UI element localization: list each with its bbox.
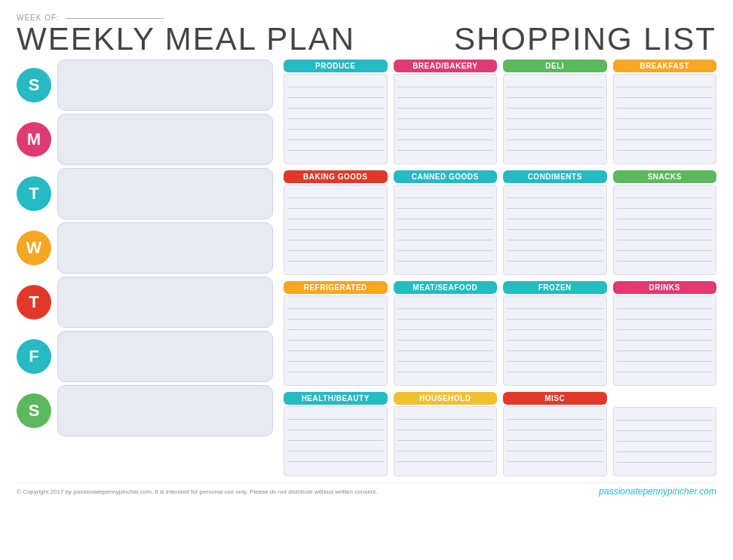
shop-section-breadbakery: BREAD/BAKERY bbox=[394, 60, 498, 164]
shop-line bbox=[287, 140, 384, 151]
meal-plan-column: SMTWTFS bbox=[17, 60, 273, 476]
shop-line bbox=[287, 119, 384, 130]
shop-line bbox=[617, 262, 713, 272]
shop-line bbox=[507, 372, 603, 383]
shop-label-meatseafood: MEAT/SEAFOOD bbox=[394, 281, 498, 294]
shop-line bbox=[397, 309, 494, 320]
shop-section-produce: PRODUCE bbox=[284, 60, 388, 164]
shop-line bbox=[287, 430, 384, 441]
shop-line bbox=[507, 188, 603, 198]
shop-section-condiments: CONDIMENTS bbox=[503, 170, 607, 275]
meal-box-1[interactable] bbox=[57, 114, 273, 165]
day-circle-T-2: T bbox=[17, 176, 51, 211]
shop-line bbox=[287, 262, 384, 272]
shop-label-healthbeauty: HEALTH/BEAUTY bbox=[284, 392, 388, 405]
shop-section-deli: DELI bbox=[503, 60, 607, 164]
shop-line bbox=[397, 140, 494, 151]
shop-line bbox=[507, 298, 603, 309]
shop-lines bbox=[613, 407, 717, 476]
shop-line bbox=[287, 219, 384, 230]
shop-line bbox=[617, 309, 713, 320]
shop-line bbox=[287, 240, 384, 251]
shop-line bbox=[397, 198, 494, 209]
meal-box-5[interactable] bbox=[57, 331, 273, 382]
shop-line bbox=[397, 298, 494, 309]
shop-line bbox=[507, 209, 603, 219]
meal-row-5: F bbox=[17, 331, 273, 382]
shop-line bbox=[617, 442, 713, 452]
shop-line bbox=[617, 98, 713, 109]
header: WEEK OF: WEEKLY MEAL PLAN SHOPPING LIST bbox=[17, 14, 716, 55]
shop-row: BAKING GOODSCANNED GOODSCONDIMENTSSNACKS bbox=[284, 170, 716, 275]
shop-line bbox=[287, 209, 384, 219]
shop-line bbox=[397, 320, 494, 330]
shop-line bbox=[397, 341, 494, 351]
shop-line bbox=[617, 140, 713, 151]
shop-line bbox=[617, 452, 713, 463]
shop-line bbox=[397, 372, 494, 383]
meal-box-0[interactable] bbox=[57, 60, 273, 111]
shop-line bbox=[287, 351, 384, 362]
shop-line bbox=[397, 330, 494, 341]
shop-line bbox=[287, 441, 384, 451]
shop-line bbox=[287, 230, 384, 240]
shop-line bbox=[397, 430, 494, 441]
shop-section-misc: MISC bbox=[503, 392, 607, 476]
shop-line bbox=[617, 298, 713, 309]
shop-section-bakinggoods: BAKING GOODS bbox=[284, 170, 388, 275]
shop-line bbox=[397, 420, 494, 430]
shop-line bbox=[507, 140, 603, 151]
shop-lines bbox=[394, 185, 498, 275]
shop-section-cannedgoods: CANNED GOODS bbox=[394, 170, 498, 275]
meal-box-4[interactable] bbox=[57, 277, 273, 328]
meal-row-0: S bbox=[17, 60, 273, 111]
shop-line bbox=[287, 130, 384, 140]
footer: © Copyright 2017 by passionatepennypinch… bbox=[17, 482, 716, 497]
meal-box-2[interactable] bbox=[57, 168, 273, 219]
shop-line bbox=[397, 462, 494, 473]
shop-line bbox=[507, 341, 603, 351]
shop-line bbox=[397, 77, 494, 87]
shop-line bbox=[287, 188, 384, 198]
shop-line bbox=[507, 420, 603, 430]
shop-lines bbox=[503, 185, 607, 275]
shop-lines bbox=[613, 74, 717, 164]
shop-line bbox=[617, 330, 713, 341]
shop-lines bbox=[503, 295, 607, 386]
shop-line bbox=[617, 198, 713, 209]
shop-line bbox=[507, 409, 603, 420]
shop-line bbox=[507, 320, 603, 330]
week-of-input-line bbox=[66, 18, 164, 19]
shop-line bbox=[287, 77, 384, 87]
shop-label-breadbakery: BREAD/BAKERY bbox=[394, 60, 498, 72]
shop-line bbox=[397, 209, 494, 219]
title-weekly: WEEKLY MEAL PLAN bbox=[17, 23, 355, 55]
meal-box-3[interactable] bbox=[57, 222, 273, 274]
shop-line bbox=[507, 262, 603, 272]
shop-line bbox=[397, 109, 494, 119]
shop-lines bbox=[284, 74, 388, 164]
shop-section-breakfast: BREAKFAST bbox=[613, 60, 717, 164]
shop-line bbox=[397, 441, 494, 451]
shop-lines bbox=[394, 406, 498, 476]
shop-line bbox=[397, 230, 494, 240]
shop-line bbox=[397, 362, 494, 372]
shop-line bbox=[507, 109, 603, 119]
shop-line bbox=[617, 219, 713, 230]
shop-line bbox=[287, 320, 384, 330]
titles-row: WEEKLY MEAL PLAN SHOPPING LIST bbox=[17, 23, 716, 55]
shop-lines bbox=[394, 74, 498, 164]
shop-line bbox=[507, 430, 603, 441]
shop-line bbox=[397, 188, 494, 198]
shop-line bbox=[617, 410, 713, 421]
shop-line bbox=[397, 87, 494, 98]
shop-line bbox=[397, 262, 494, 272]
shop-section-healthbeauty: HEALTH/BEAUTY bbox=[284, 392, 388, 476]
copyright-text: © Copyright 2017 by passionatepennypinch… bbox=[17, 488, 377, 495]
shop-line bbox=[287, 298, 384, 309]
shop-line bbox=[287, 109, 384, 119]
shop-line bbox=[507, 451, 603, 462]
shop-lines bbox=[394, 295, 498, 386]
shop-line bbox=[507, 351, 603, 362]
meal-box-6[interactable] bbox=[57, 385, 273, 436]
